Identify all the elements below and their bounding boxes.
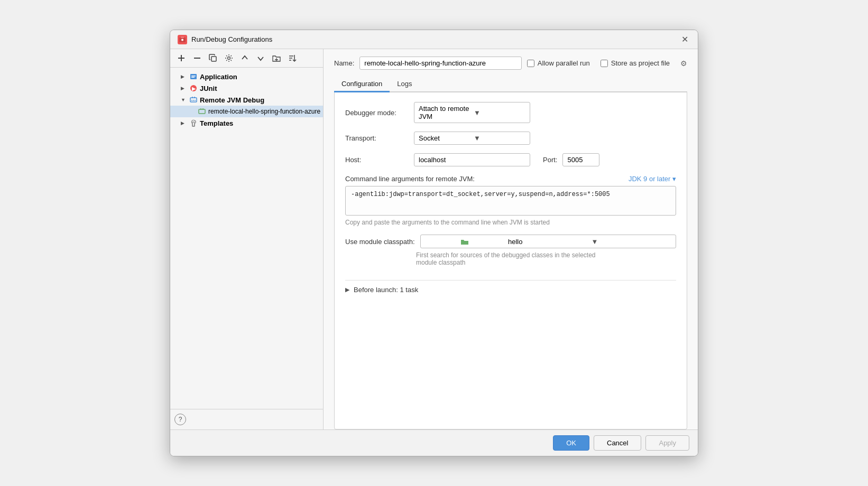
name-input[interactable] [359, 57, 521, 70]
svg-point-21 [191, 100, 192, 101]
module-hint: First search for sources of the debugged… [416, 251, 676, 266]
store-project-label[interactable]: Store as project file [601, 59, 670, 67]
settings-button[interactable] [222, 52, 236, 64]
svg-text:▶: ▶ [192, 86, 196, 91]
module-value: hello [508, 238, 588, 246]
dialog-footer: OK Cancel Apply [170, 429, 698, 456]
ok-button[interactable]: OK [553, 435, 589, 451]
svg-rect-27 [192, 122, 195, 126]
module-classpath-row: Use module classpath: hello ▼ [345, 235, 676, 248]
module-classpath-section: Use module classpath: hello ▼ First sear… [345, 235, 676, 266]
cancel-button[interactable]: Cancel [594, 435, 641, 451]
allow-parallel-label[interactable]: Allow parallel run [527, 59, 590, 67]
application-icon [189, 72, 198, 81]
cmd-args-header: Command line arguments for remote JVM: J… [345, 175, 676, 183]
tab-logs[interactable]: Logs [390, 76, 419, 92]
svg-rect-15 [191, 77, 195, 78]
before-launch-chevron-icon: ▶ [345, 286, 349, 293]
gear-icon[interactable]: ⚙ [680, 59, 687, 68]
dropdown-arrow-icon: ▼ [474, 134, 525, 142]
svg-rect-14 [191, 76, 196, 77]
jdk-link[interactable]: JDK 9 or later ▾ [629, 175, 676, 183]
config-icon [198, 107, 206, 116]
help-button[interactable]: ? [174, 414, 186, 425]
chevron-icon: ▼ [181, 97, 187, 102]
dropdown-arrow-icon: ▼ [474, 109, 525, 117]
module-folder-icon [425, 237, 505, 246]
wrench-icon [189, 119, 198, 127]
chevron-icon: ▶ [181, 120, 187, 126]
checkbox-row: Allow parallel run Store as project file… [527, 59, 687, 68]
dialog-title: Run/Debug Configurations [191, 35, 272, 43]
transport-label: Transport: [345, 134, 409, 142]
svg-point-22 [193, 100, 194, 101]
sidebar-item-remote-jvm[interactable]: ▼ Remote JVM Debug [170, 94, 323, 106]
module-classpath-select[interactable]: hello ▼ [420, 235, 676, 248]
config-panel: Debugger mode: Attach to remote JVM ▼ Tr… [334, 92, 687, 429]
host-port-row: Host: Port: [345, 153, 676, 166]
content-area: Name: Allow parallel run Store as projec… [324, 49, 698, 429]
chevron-icon: ▶ [181, 86, 187, 91]
svg-point-7 [228, 57, 230, 60]
sort-button[interactable] [285, 52, 299, 64]
cmd-args-section: Command line arguments for remote JVM: J… [345, 175, 676, 226]
main-area: ▶ Application ▶ ▶ JUnit ▼ [170, 49, 698, 429]
port-input[interactable] [562, 153, 599, 166]
remove-button[interactable] [190, 52, 204, 64]
sidebar-item-remote-config[interactable]: ▶ remote-local-hello-spring-function-azu… [170, 106, 323, 117]
svg-rect-1 [181, 36, 184, 38]
svg-rect-6 [211, 57, 216, 61]
dropdown-arrow-icon: ▼ [592, 238, 672, 246]
svg-rect-24 [199, 109, 205, 114]
allow-parallel-checkbox[interactable] [527, 60, 534, 67]
sidebar-item-label: remote-local-hello-spring-function-azure [208, 108, 320, 115]
titlebar: Run/Debug Configurations ✕ [170, 30, 698, 49]
sidebar-item-templates[interactable]: ▶ Templates [170, 117, 323, 129]
tree-area: ▶ Application ▶ ▶ JUnit ▼ [170, 68, 323, 409]
chevron-icon: ▶ [181, 74, 187, 79]
debugger-mode-row: Debugger mode: Attach to remote JVM ▼ [345, 102, 676, 123]
move-down-button[interactable] [254, 52, 267, 64]
store-project-checkbox[interactable] [601, 60, 608, 67]
junit-icon: ▶ [189, 84, 198, 92]
transport-row: Transport: Socket ▼ [345, 132, 676, 145]
before-launch-label: Before launch: 1 task [354, 286, 418, 294]
run-debug-dialog: Run/Debug Configurations ✕ [170, 30, 698, 456]
sidebar-bottom: ? [170, 409, 323, 429]
debugger-mode-value: Attach to remote JVM [419, 105, 470, 120]
svg-point-2 [181, 39, 183, 41]
debugger-mode-label: Debugger mode: [345, 109, 409, 117]
sidebar-item-junit[interactable]: ▶ ▶ JUnit [170, 82, 323, 94]
debugger-mode-select[interactable]: Attach to remote JVM ▼ [414, 102, 530, 123]
close-button[interactable]: ✕ [679, 34, 690, 44]
sidebar-toolbar [170, 49, 323, 68]
sidebar-item-application[interactable]: ▶ Application [170, 71, 323, 82]
store-project-text: Store as project file [611, 59, 670, 67]
cmd-args-textarea[interactable] [345, 186, 676, 216]
name-label: Name: [334, 59, 354, 67]
tabs-row: Configuration Logs [334, 76, 687, 92]
cmd-args-label: Command line arguments for remote JVM: [345, 175, 475, 183]
tab-configuration[interactable]: Configuration [334, 76, 390, 92]
copy-button[interactable] [206, 52, 220, 64]
transport-select[interactable]: Socket ▼ [414, 132, 530, 145]
debug-icon [189, 96, 198, 104]
host-label: Host: [345, 156, 409, 164]
app-icon [178, 35, 187, 44]
host-input[interactable] [414, 153, 530, 166]
svg-point-23 [195, 100, 196, 101]
move-up-button[interactable] [238, 52, 252, 64]
cmd-hint: Copy and paste the arguments to the comm… [345, 219, 676, 226]
allow-parallel-text: Allow parallel run [538, 59, 590, 67]
svg-rect-13 [190, 74, 197, 79]
add-button[interactable] [174, 52, 188, 64]
sidebar-item-label: Remote JVM Debug [200, 96, 264, 104]
sidebar-item-label: JUnit [200, 85, 217, 92]
folder-button[interactable] [270, 52, 283, 64]
transport-value: Socket [419, 134, 470, 142]
sidebar-item-label: Templates [200, 119, 233, 127]
apply-button[interactable]: Apply [645, 435, 689, 451]
before-launch-row[interactable]: ▶ Before launch: 1 task [345, 280, 676, 299]
module-classpath-label: Use module classpath: [345, 238, 415, 246]
port-label: Port: [543, 156, 557, 164]
